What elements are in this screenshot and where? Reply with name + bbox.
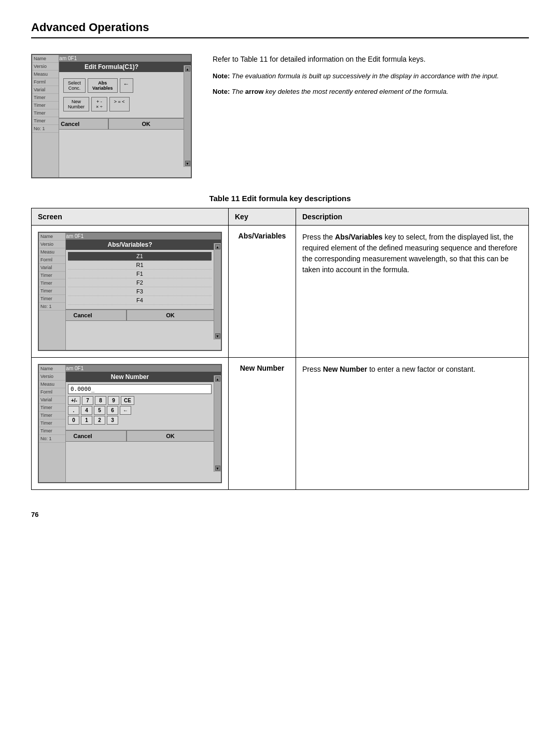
- note2-prefix: The: [232, 88, 245, 95]
- sidebar-item: Name: [32, 55, 59, 63]
- arrow-delete-btn[interactable]: ←: [120, 78, 133, 93]
- number-display: 0.0000_: [68, 384, 212, 394]
- key-4[interactable]: 4: [81, 406, 92, 415]
- scroll-up[interactable]: ▲: [185, 66, 190, 72]
- screen-cell-abs: User Program 0F1 Abs/Variables? Name Ver…: [32, 226, 229, 358]
- list-item-f4[interactable]: F4: [68, 296, 212, 305]
- abs-dialog-title: Abs/Variables?: [39, 240, 221, 250]
- key-9[interactable]: 9: [108, 396, 119, 405]
- sidebar-item: Forml: [39, 388, 65, 396]
- key-label-newnumber: New Number: [240, 364, 285, 372]
- key-3[interactable]: 3: [107, 416, 118, 425]
- screen-sidebar: Name Versio Measu Forml Varial Timer Tim…: [32, 55, 59, 177]
- desc-cell-abs: Press the Abs/Variables key to select, f…: [296, 226, 529, 358]
- sidebar-item: Timer: [39, 295, 65, 303]
- sidebar-item: Name: [39, 365, 65, 373]
- key-ce[interactable]: CE: [121, 396, 134, 405]
- key-cell-newnumber: New Number: [229, 358, 296, 490]
- sidebar-item: Measu: [32, 71, 59, 78]
- new-number-screen: User Program 0F1 New Number Name Versio …: [38, 364, 222, 483]
- sidebar-item: Timer: [39, 404, 65, 412]
- abs-key-bold: Abs/Variables: [335, 233, 383, 241]
- right-description: Refer to Table 11 for detailed informati…: [213, 54, 529, 178]
- sidebar-item: Versio: [32, 63, 59, 71]
- keypad-row1: +/- 7 8 9 CE: [68, 396, 212, 405]
- key-2[interactable]: 2: [94, 416, 105, 425]
- scroll-down[interactable]: ▼: [215, 333, 220, 339]
- col-description: Description: [296, 208, 529, 226]
- sidebar-item: Varial: [39, 396, 65, 404]
- sidebar-item: Timer: [39, 287, 65, 295]
- nn-bottom-btns: Cancel OK re: [39, 430, 221, 442]
- key-dot[interactable]: .: [68, 406, 79, 415]
- sidebar-item: Timer: [32, 94, 59, 102]
- key-cell-abs: Abs/Variables: [229, 226, 296, 358]
- sidebar-item: Varial: [39, 264, 65, 272]
- sidebar-item: Timer: [32, 102, 59, 109]
- page-number: 76: [31, 511, 529, 518]
- list-item-z1[interactable]: Z1: [68, 252, 212, 261]
- compare-btn[interactable]: > = <: [109, 97, 130, 111]
- nn-content: 0.0000_ +/- 7 8 9 CE . 4: [66, 382, 214, 428]
- new-number-btn[interactable]: NewNumber: [63, 97, 89, 111]
- main-description: Refer to Table 11 for detailed informati…: [213, 54, 529, 65]
- nn-screen-topbar: User Program 0F1: [39, 365, 221, 372]
- key-6[interactable]: 6: [107, 406, 118, 415]
- ok-button[interactable]: OK: [127, 430, 214, 442]
- key-backspace[interactable]: ←: [120, 406, 131, 415]
- col-key: Key: [229, 208, 296, 226]
- abs-sidebar: Name Versio Measu Forml Varial Timer Tim…: [39, 233, 66, 350]
- select-conc-btn[interactable]: SelectConc.: [63, 78, 86, 93]
- key-label-abs: Abs/Variables: [239, 232, 286, 240]
- page-title: Advanced Operations: [31, 21, 529, 34]
- key-5[interactable]: 5: [94, 406, 105, 415]
- key-plusminus[interactable]: +/-: [68, 396, 80, 405]
- key-0[interactable]: 0: [68, 416, 79, 425]
- scrollbar: ▲ ▼: [184, 65, 191, 167]
- list-item-f3[interactable]: F3: [68, 287, 212, 296]
- list-item-r1[interactable]: R1: [68, 261, 212, 270]
- abs-list: Z1 R1 F1 F2 F3 F4: [66, 250, 214, 307]
- sidebar-item: Forml: [32, 78, 59, 86]
- sidebar-item: Timer: [39, 412, 65, 419]
- top-section: User Program 0F1 Edit Formula(C1)? Name …: [31, 54, 529, 178]
- sidebar-item: Timer: [32, 117, 59, 125]
- keypad-row2: . 4 5 6 ←: [68, 406, 212, 415]
- newnumber-key-bold: New Number: [323, 365, 368, 373]
- scroll-down[interactable]: ▼: [215, 466, 220, 471]
- desc-cell-newnumber: Press New Number to enter a new factor o…: [296, 358, 529, 490]
- note2-keyword: arrow: [245, 88, 263, 95]
- list-item-f1[interactable]: F1: [68, 270, 212, 278]
- scroll-up[interactable]: ▲: [215, 376, 220, 382]
- scroll-up[interactable]: ▲: [215, 244, 220, 249]
- key-1[interactable]: 1: [81, 416, 92, 425]
- screen-cell-newnumber: User Program 0F1 New Number Name Versio …: [32, 358, 229, 490]
- title-divider: [31, 37, 529, 38]
- sidebar-item: Name: [39, 233, 65, 241]
- ok-button[interactable]: OK: [127, 310, 214, 321]
- sidebar-item: Timer: [39, 427, 65, 435]
- sidebar-item: Timer: [32, 109, 59, 117]
- abs-bottom-btns: Cancel OK re: [39, 309, 221, 321]
- sidebar-item: Timer: [39, 279, 65, 287]
- screen-content: SelectConc. AbsVariables ← NewNumber + -…: [59, 72, 184, 116]
- top-dialog-buttons: SelectConc. AbsVariables ←: [61, 76, 181, 95]
- note1-label: Note:: [213, 72, 230, 80]
- key-8[interactable]: 8: [95, 396, 106, 405]
- nn-dialog-title: New Number: [39, 372, 221, 382]
- abs-variables-btn[interactable]: AbsVariables: [88, 78, 118, 93]
- scroll-down[interactable]: ▼: [185, 161, 190, 166]
- list-item-f2[interactable]: F2: [68, 278, 212, 287]
- key-7[interactable]: 7: [82, 396, 93, 405]
- bottom-dialog-buttons: NewNumber + -× ÷ > = <: [61, 95, 181, 114]
- nn-sidebar: Name Versio Measu Forml Varial Timer Tim…: [39, 365, 66, 482]
- note1-content: The evaluation formula is built up succe…: [232, 72, 499, 80]
- ops-btn[interactable]: + -× ÷: [91, 97, 107, 111]
- keypad-row3: 0 1 2 3: [68, 416, 212, 425]
- note2-suffix: key deletes the most recently entered el…: [263, 88, 448, 95]
- note2: Note: The arrow key deletes the most rec…: [213, 87, 529, 97]
- abs-variables-screen: User Program 0F1 Abs/Variables? Name Ver…: [38, 232, 222, 351]
- col-screen: Screen: [32, 208, 229, 226]
- ok-button[interactable]: OK: [108, 118, 185, 130]
- edit-formula-screen: User Program 0F1 Edit Formula(C1)? Name …: [31, 54, 192, 178]
